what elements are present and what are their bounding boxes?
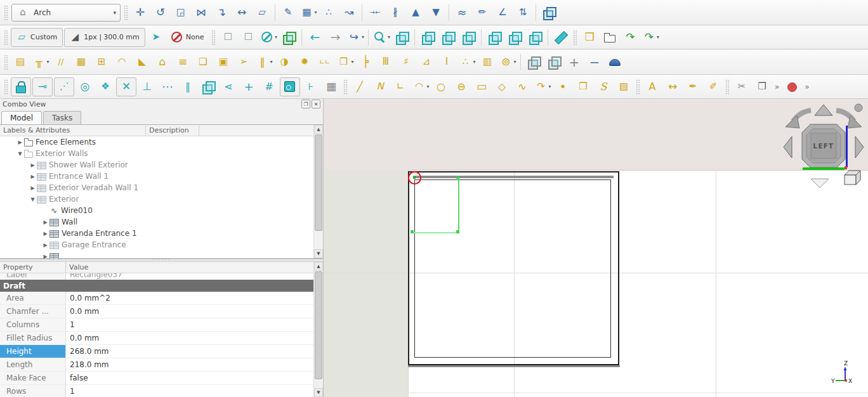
- tree-item-wire010[interactable]: ∿Wire010: [0, 205, 313, 216]
- arch-equipment-button[interactable]: ❒▾: [336, 53, 355, 71]
- tree-item-entrance-wall-1[interactable]: ▶Entrance Wall 1: [0, 171, 313, 182]
- property-value[interactable]: Rectangle037: [66, 273, 122, 280]
- select-view-cube-button[interactable]: [279, 29, 298, 46]
- nav-back-button[interactable]: ←: [305, 29, 324, 46]
- toolbar-grip[interactable]: [211, 30, 216, 45]
- view-left-button[interactable]: [525, 29, 544, 46]
- toolbar-grip[interactable]: [573, 30, 577, 45]
- draft-split-button[interactable]: ∦: [386, 4, 405, 22]
- tree-scroll-thumb[interactable]: [315, 134, 322, 231]
- toolbar-grip[interactable]: [4, 55, 8, 70]
- view-top-button[interactable]: [438, 29, 457, 46]
- vertex-handle[interactable]: [456, 176, 459, 179]
- draft-array-button[interactable]: ▦▾: [299, 4, 318, 22]
- expander-icon[interactable]: ▼: [29, 197, 36, 202]
- toolbar-grip[interactable]: [4, 30, 8, 45]
- draft-hatch-button[interactable]: ▨: [614, 78, 633, 96]
- draft-style-button[interactable]: ▱Custom: [11, 28, 63, 47]
- draft-flip-dimension-button[interactable]: ⇅: [513, 4, 532, 22]
- draft-wire-to-bspline-button[interactable]: ≈: [452, 4, 471, 22]
- arch-rebar-button[interactable]: ∕∕: [51, 53, 70, 71]
- edit-copy-button[interactable]: ❐: [753, 78, 772, 96]
- scroll-up-icon[interactable]: ▲: [314, 125, 323, 134]
- tree-item-wall[interactable]: ▶Wall: [0, 216, 313, 228]
- property-name[interactable]: Columns: [0, 318, 66, 331]
- tree-item-fence-elements[interactable]: ▶Fence Elements: [0, 136, 313, 148]
- arch-cut-plane-button[interactable]: [524, 53, 543, 71]
- property-name[interactable]: Make Face: [0, 372, 66, 384]
- draft-path-array-button[interactable]: ↝: [339, 4, 358, 22]
- chevron-down-icon[interactable]: ▾: [473, 59, 475, 65]
- arch-structure-button[interactable]: ╥▾: [31, 53, 50, 71]
- draft-offset-button[interactable]: ↴: [212, 4, 231, 22]
- draft-arc-button[interactable]: ◠▾: [411, 78, 430, 96]
- rotate-right-icon[interactable]: [848, 115, 862, 128]
- chevron-down-icon[interactable]: ▾: [46, 59, 49, 65]
- tree-item-exterior-walls[interactable]: ▼Exterior Walls: [0, 148, 313, 159]
- draft-circle-button[interactable]: ○: [431, 78, 450, 96]
- property-scroll-thumb[interactable]: [315, 271, 322, 379]
- property-value[interactable]: 0.0 mm: [66, 305, 99, 318]
- arch-fence-posts-button[interactable]: ♯: [397, 53, 416, 71]
- macro-record-button[interactable]: [782, 78, 801, 96]
- chevron-down-icon[interactable]: ▾: [362, 34, 364, 40]
- snap-center-button[interactable]: ◎: [76, 78, 95, 96]
- snap-special-button[interactable]: [199, 78, 218, 96]
- expander-icon[interactable]: ▶: [42, 242, 49, 248]
- view-bottom-button[interactable]: [505, 29, 524, 46]
- arch-level-button[interactable]: ≡: [173, 53, 192, 71]
- tree-item-exterior[interactable]: ▼Exterior: [0, 193, 313, 205]
- expander-icon[interactable]: ▶: [29, 162, 36, 168]
- scroll-up-icon[interactable]: ▲: [314, 262, 323, 271]
- arch-component-remove-button[interactable]: −: [585, 53, 604, 71]
- snap-toggle-button[interactable]: ▾: [259, 29, 278, 46]
- draft-downgrade-button[interactable]: ▼: [426, 4, 445, 22]
- arrow-left-icon[interactable]: [784, 136, 792, 158]
- link-replace-button[interactable]: ↷▾: [641, 29, 660, 46]
- draft-label-button[interactable]: ✒: [683, 78, 702, 96]
- create-part-button[interactable]: ❒: [580, 29, 599, 46]
- snap-grid-button[interactable]: #: [260, 78, 279, 96]
- property-name[interactable]: Height: [0, 345, 66, 358]
- measure-button[interactable]: [551, 29, 570, 46]
- tree-item-garage-entrance[interactable]: ▶Garage Entrance: [0, 239, 313, 251]
- draft-line-button[interactable]: ╱: [350, 78, 369, 96]
- draft-trimex-button[interactable]: ↔: [232, 4, 251, 22]
- arch-material-button[interactable]: ∴▾: [457, 53, 477, 71]
- snap-lock-button[interactable]: [11, 77, 31, 96]
- expander-icon[interactable]: ▶: [29, 185, 36, 191]
- view-right-button[interactable]: [459, 29, 478, 46]
- property-name[interactable]: Rows: [0, 385, 66, 397]
- draft-point-button[interactable]: •: [553, 78, 572, 96]
- tree-item-veranda-entrance-1[interactable]: ▶Veranda Entrance 1: [0, 228, 313, 239]
- chevron-down-icon[interactable]: ▾: [275, 34, 277, 40]
- property-name[interactable]: Area: [0, 292, 66, 304]
- expander-icon[interactable]: ▶: [29, 174, 36, 179]
- expander-icon[interactable]: ▶: [42, 254, 49, 259]
- draft-move-button[interactable]: ✛: [131, 4, 150, 22]
- arch-component-add-button[interactable]: +: [565, 53, 584, 71]
- toolbar-grip[interactable]: [725, 79, 730, 94]
- tab-tasks[interactable]: Tasks: [43, 111, 81, 124]
- chevron-down-icon[interactable]: ▾: [351, 59, 353, 65]
- property-row[interactable]: Length218.0 mm: [0, 358, 313, 372]
- property-value[interactable]: 0.0 mm^2: [66, 292, 110, 304]
- snap-angle-button[interactable]: ❖: [96, 78, 115, 96]
- wall-outline-inner[interactable]: [414, 179, 611, 358]
- toolbar-grip[interactable]: [343, 79, 348, 94]
- draft-mirror-button[interactable]: ⋈: [192, 4, 211, 22]
- scroll-down-icon[interactable]: ▼: [314, 388, 323, 397]
- property-value[interactable]: 0.0 mm: [66, 332, 99, 344]
- property-row[interactable]: Chamfer ...0.0 mm: [0, 305, 313, 318]
- arch-wall-button[interactable]: ▤: [11, 53, 30, 71]
- view-front-button[interactable]: [418, 29, 437, 46]
- arch-reference-button[interactable]: ➢: [234, 53, 253, 71]
- arch-project-button[interactable]: ◠: [112, 53, 131, 71]
- toolbar-grip[interactable]: [636, 79, 640, 94]
- property-row[interactable]: Rows1: [0, 385, 313, 397]
- property-row[interactable]: Columns1: [0, 318, 313, 332]
- arch-curtain-wall-button[interactable]: ▦: [72, 53, 91, 71]
- arch-space-button[interactable]: ❏: [194, 53, 213, 71]
- draft-facebinder-button[interactable]: ❐: [574, 78, 593, 96]
- draft-shapestring-button[interactable]: S: [594, 78, 613, 96]
